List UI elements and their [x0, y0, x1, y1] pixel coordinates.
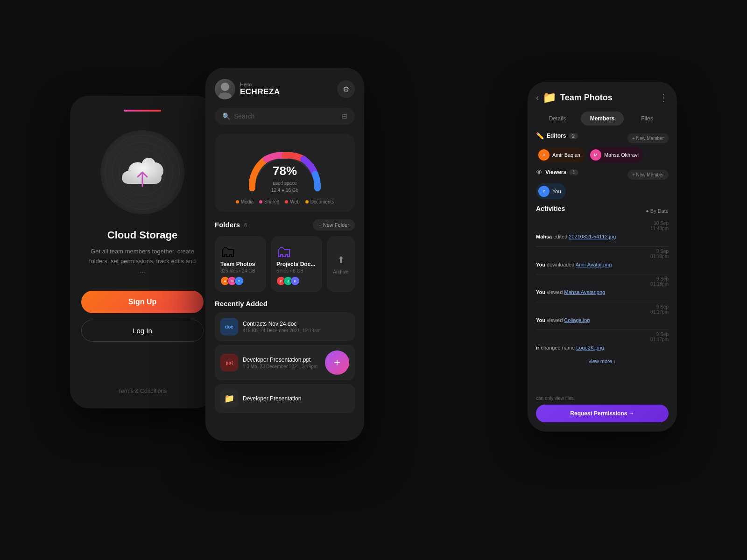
file-item-ppt[interactable]: ppt Developer Presentation.ppt 1.3 Mb, 2… [215, 345, 355, 380]
file-info: Developer Presentation.ppt 1.3 Mb, 23 De… [243, 357, 320, 369]
filter-icon[interactable]: ⊟ [342, 112, 347, 120]
activities-header: Activities ● By Date [536, 205, 669, 217]
folder-avatars: P J K [276, 276, 317, 286]
back-button[interactable]: ‹ [536, 93, 539, 103]
viewers-section-header: 👁 Viewers 1 + New Member [536, 168, 669, 181]
file-item-folder[interactable]: 📁 Developer Presentation [215, 384, 355, 413]
folder-team-photos[interactable]: 🗂 Team Photos 326 files • 24 GB A M Y [215, 236, 266, 292]
ppt-icon: ppt [220, 354, 238, 371]
folder-avatars: A M Y [220, 276, 261, 286]
new-folder-button[interactable]: + New Folder [313, 219, 355, 231]
tab-files[interactable]: Files [626, 112, 669, 126]
file-info: Contracts Nov 24.doc 415 Kb, 24 December… [243, 321, 349, 333]
screen1-desc: Get all team members together, create fo… [81, 247, 204, 276]
activity-text: You downloaded Amir Avatar.png [536, 261, 669, 269]
activity-text: You viewed Collage.jpg [536, 316, 669, 324]
editors-role-row: ✏️ Editors 2 [536, 132, 578, 140]
folders-header: Folders 6 + New Folder [215, 219, 355, 231]
activity-date: 10 Sep11:48pm [536, 221, 669, 231]
folder-projects[interactable]: 🗂 Projects Doc... 5 files • 6 GB P J K [271, 236, 322, 292]
legend-docs: Documents [305, 199, 334, 204]
viewers-role-row: 👁 Viewers 1 [536, 168, 578, 176]
file-name: Contracts Nov 24.doc [243, 321, 349, 327]
search-bar[interactable]: 🔍 Search ⊟ [215, 108, 355, 125]
add-viewer-button[interactable]: + New Member [627, 170, 669, 180]
member-name-you: You [552, 189, 561, 194]
user-avatar [215, 79, 235, 99]
activity-item-3: 9 Sep01:18pm You viewed Mahsa Avatar.png [536, 276, 669, 296]
tab-details[interactable]: Details [536, 112, 579, 126]
folder-small-icon: 📁 [220, 390, 238, 407]
screen-dashboard: Hello ECHREZA ⚙ 🔍 Search ⊟ [205, 68, 364, 441]
svg-point-2 [218, 92, 232, 99]
request-permissions-button[interactable]: Request Permissions → [536, 405, 669, 422]
tab-bar: Details Members Files [536, 112, 669, 126]
storage-gauge: 78% used space 12.4 ● 16 Gb Media Shared [215, 134, 355, 212]
folder-avatar: K [290, 276, 300, 286]
svg-point-1 [221, 83, 229, 91]
folder-detail-title: Team Photos [560, 93, 613, 103]
activity-item-5: 9 Sep01:17pm ir changed name Logo2K.png [536, 332, 669, 352]
username-label: ECHREZA [240, 87, 337, 97]
activity-date: 9 Sep01:18pm [536, 276, 669, 287]
tab-members[interactable]: Members [581, 112, 624, 126]
folder-title-group: 📁 Team Photos [543, 91, 659, 104]
member-chip-mahsa[interactable]: M Mahsa Okhravi [588, 147, 643, 163]
add-editor-button[interactable]: + New Member [627, 133, 669, 143]
folder-archive[interactable]: ⬆ Archive [327, 236, 355, 292]
editors-label: Editors [547, 133, 566, 139]
activity-date: 9 Sep01:17pm [536, 332, 669, 342]
settings-button[interactable]: ⚙ [337, 80, 355, 98]
folder-meta: 5 files • 6 GB [276, 268, 317, 273]
add-button[interactable]: + [325, 350, 349, 375]
gauge-storage: 12.4 ● 16 Gb [271, 188, 298, 193]
file-item-doc[interactable]: doc Contracts Nov 24.doc 415 Kb, 24 Dece… [215, 312, 355, 341]
legend-shared: Shared [259, 199, 279, 204]
screen-team-photos: ‹ 📁 Team Photos ⋮ Details Members Files … [528, 82, 677, 432]
gauge-legend: Media Shared Web Documents [236, 199, 334, 204]
view-more-link[interactable]: view more ↓ [536, 358, 669, 364]
activity-text: Mahsa edited 20210821-54112.jpg [536, 233, 669, 241]
editors-count: 2 [569, 133, 578, 139]
member-avatar-you: Y [538, 186, 550, 197]
gauge-chart: 78% used space 12.4 ● 16 Gb [243, 141, 327, 193]
folders-title: Folders [215, 221, 240, 229]
member-chip-amir[interactable]: A Amir Baqian [536, 147, 585, 163]
bottom-notice: can only view files. [536, 396, 669, 401]
terms-link[interactable]: Terms & Conditions [118, 388, 167, 394]
viewers-label: Viewers [545, 169, 566, 175]
viewers-count: 1 [569, 169, 578, 175]
file-meta: 1.3 Mb, 23 December 2021, 3:19pm [243, 364, 320, 369]
folder-meta: 326 files • 24 GB [220, 268, 261, 273]
gauge-text: 78% used space 12.4 ● 16 Gb [271, 164, 298, 193]
legend-web: Web [285, 199, 299, 204]
hello-label: Hello [240, 82, 337, 87]
member-name-mahsa: Mahsa Okhravi [604, 152, 639, 158]
activities-title: Activities [536, 205, 565, 212]
search-icon: 🔍 [222, 112, 230, 120]
archive-icon: ⬆ [337, 254, 345, 266]
signup-button[interactable]: Sign Up [81, 291, 204, 313]
folders-list: 🗂 Team Photos 326 files • 24 GB A M Y 🗂 … [215, 236, 355, 292]
editors-section-header: ✏️ Editors 2 + New Member [536, 132, 669, 144]
activity-date: 9 Sep01:18pm [536, 249, 669, 259]
file-name: Developer Presentation.ppt [243, 357, 320, 363]
login-button[interactable]: Log In [81, 320, 204, 342]
member-chip-you[interactable]: Y You [536, 183, 566, 199]
gauge-label: used space [273, 181, 296, 186]
activity-text: You viewed Mahsa Avatar.png [536, 288, 669, 296]
activity-date: 9 Sep01:17pm [536, 304, 669, 315]
legend-media: Media [236, 199, 254, 204]
screen-cloud-storage: Cloud Storage Get all team members toget… [70, 96, 215, 408]
editors-list: A Amir Baqian M Mahsa Okhravi [536, 147, 669, 163]
notch-bar [124, 110, 161, 112]
more-options-button[interactable]: ⋮ [659, 92, 669, 103]
by-date-filter[interactable]: ● By Date [646, 208, 669, 214]
member-name-amir: Amir Baqian [552, 152, 580, 158]
search-placeholder: Search [234, 112, 338, 120]
gauge-percent: 78% [271, 164, 298, 178]
activity-text: ir changed name Logo2K.png [536, 344, 669, 352]
eye-icon: 👁 [536, 168, 543, 176]
recently-added-title: Recently Added [215, 300, 355, 308]
doc-icon: doc [220, 318, 238, 336]
